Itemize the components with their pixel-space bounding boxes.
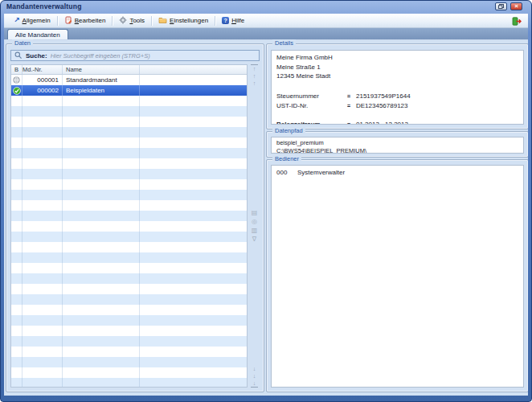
empty-cell — [11, 221, 23, 232]
table-row-empty[interactable] — [11, 252, 247, 263]
datenpfad-panel: beispiel_premium C:\BWS54\BEISPIEL_PREMI… — [271, 137, 524, 154]
company-name: Meine Firma GmbH — [276, 53, 523, 63]
table-row-empty[interactable] — [11, 117, 247, 127]
empty-cell — [63, 106, 140, 117]
table-row-empty[interactable] — [11, 294, 247, 305]
empty-cell — [140, 284, 247, 294]
table-row-empty[interactable] — [11, 221, 247, 232]
empty-cell — [63, 252, 140, 263]
empty-cell — [140, 242, 247, 252]
menu-allgemein[interactable]: ↗ Allgemein — [8, 15, 56, 27]
lookup-icon[interactable]: ◎ — [251, 218, 258, 225]
table-row-empty[interactable] — [11, 273, 247, 284]
table-row-empty[interactable] — [11, 137, 247, 148]
table-row-empty[interactable] — [11, 336, 247, 347]
menu-hilfe-label: Hilfe — [231, 17, 244, 24]
tab-alle-mandanten[interactable]: Alle Mandanten — [7, 29, 68, 39]
restore-icon — [498, 4, 504, 9]
app-window: Mandantenverwaltung × ↗ Allgemein — [0, 0, 532, 402]
table-row-empty[interactable] — [11, 96, 247, 106]
gear-icon — [119, 16, 127, 26]
row-number: 000001 — [23, 75, 63, 85]
table-row-empty[interactable] — [11, 190, 247, 200]
table-header[interactable]: B Md.-Nr. Name — [11, 65, 247, 75]
table-row-empty[interactable] — [11, 179, 247, 190]
empty-cell — [63, 263, 140, 273]
menu-bearbeiten[interactable]: Bearbeiten — [59, 15, 112, 27]
empty-cell — [23, 242, 63, 252]
scroll-to-bottom-icon[interactable]: ↓ — [251, 379, 258, 388]
edit-icon — [64, 16, 72, 26]
scroll-page-down-icon[interactable]: ↓ — [251, 365, 258, 372]
empty-cell — [140, 378, 247, 387]
table-row-empty[interactable] — [11, 127, 247, 137]
table-row-empty[interactable] — [11, 378, 247, 387]
table-row-empty[interactable] — [11, 305, 247, 315]
scroll-to-top-icon[interactable]: ↑ — [251, 64, 258, 72]
scroll-page-up-icon[interactable]: ↑ — [251, 80, 258, 87]
empty-cell — [23, 378, 63, 387]
empty-cell — [140, 137, 247, 148]
column-header-number[interactable]: Md.-Nr. — [23, 65, 63, 74]
menu-hilfe[interactable]: ? Hilfe — [216, 15, 250, 27]
table-row-empty[interactable] — [11, 158, 247, 169]
empty-cell — [23, 96, 63, 106]
table-row-empty[interactable] — [11, 106, 247, 117]
table-row-empty[interactable] — [11, 148, 247, 158]
empty-cell — [11, 158, 23, 169]
scroll-up-icon[interactable]: ↑ — [251, 72, 258, 80]
row-status-cell — [11, 85, 23, 96]
list-view-icon[interactable]: ▤ — [251, 209, 258, 216]
table-row-empty[interactable] — [11, 347, 247, 357]
titlebar[interactable]: Mandantenverwaltung × — [1, 1, 531, 14]
table-row-empty[interactable] — [11, 200, 247, 211]
bediener-row[interactable]: 000 Systemverwalter — [272, 166, 523, 177]
exit-button[interactable] — [510, 15, 523, 27]
table-row[interactable]: 000001 Standardmandant — [11, 75, 247, 85]
empty-cell — [23, 190, 63, 200]
menu-einstellungen[interactable]: Einstellungen — [153, 15, 214, 27]
empty-cell — [11, 169, 23, 179]
menu-tools-label: Tools — [129, 17, 145, 24]
empty-cell — [140, 326, 247, 336]
empty-cell — [23, 367, 63, 378]
table-row-empty[interactable] — [11, 232, 247, 242]
details-panel: Meine Firma GmbH Meine Straße 1 12345 Me… — [271, 50, 524, 125]
empty-cell — [11, 179, 23, 190]
close-button[interactable]: × — [510, 2, 522, 10]
empty-cell — [23, 263, 63, 273]
empty-cell — [23, 252, 63, 263]
table-row-empty[interactable] — [11, 169, 247, 179]
table-row-empty[interactable] — [11, 315, 247, 326]
column-header-empty — [140, 65, 247, 74]
equals-sign: = — [347, 92, 356, 101]
table-row-empty[interactable] — [11, 284, 247, 294]
table-row-empty[interactable] — [11, 242, 247, 252]
grid-view-icon[interactable]: ▥ — [251, 227, 258, 234]
datenpfad-group: Datenpfad beispiel_premium C:\BWS54\BEIS… — [266, 131, 528, 158]
allgemein-arrow-icon: ↗ — [14, 17, 20, 24]
bediener-legend: Bediener — [272, 155, 301, 163]
empty-cell — [23, 315, 63, 326]
table-row-empty[interactable] — [11, 367, 247, 378]
table-row-empty[interactable] — [11, 263, 247, 273]
empty-cell — [11, 232, 23, 242]
scroll-down-icon[interactable]: ↓ — [251, 372, 258, 379]
equals-sign: = — [347, 120, 356, 125]
table-row-selected[interactable]: 000002 Beispieldaten — [11, 85, 247, 96]
empty-cell — [23, 294, 63, 305]
filter-icon[interactable]: ∇ — [251, 236, 258, 243]
search-input[interactable] — [51, 51, 256, 60]
vat-id-row: UST-ID-Nr. = DE123456789123 — [276, 101, 523, 111]
restore-button[interactable] — [495, 2, 507, 10]
menu-bearbeiten-label: Bearbeiten — [75, 17, 106, 24]
empty-cell — [63, 137, 140, 148]
table-row-empty[interactable] — [11, 326, 247, 336]
column-header-name[interactable]: Name — [63, 65, 140, 74]
table-row-empty[interactable] — [11, 357, 247, 367]
globe-icon — [13, 76, 20, 84]
table-row-empty[interactable] — [11, 211, 247, 221]
column-header-status[interactable]: B — [11, 65, 23, 74]
empty-cell — [140, 357, 247, 367]
menu-tools[interactable]: Tools — [113, 15, 150, 27]
